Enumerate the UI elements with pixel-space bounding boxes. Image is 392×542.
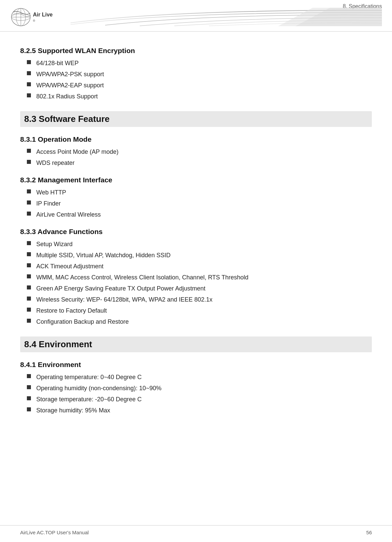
list-item-text: Wireless Security: WEP- 64/128bit, WPA, … xyxy=(36,295,213,304)
list-item-text: Restore to Factory Default xyxy=(36,306,107,315)
list-item: WPA/WPA2-EAP support xyxy=(20,81,372,90)
page-container: 8. Specifications Air Live ® xyxy=(0,0,392,542)
list-item-text: ACK Timeout Adjustment xyxy=(36,262,103,271)
svg-text:®: ® xyxy=(33,19,35,22)
bullet-icon xyxy=(27,396,31,400)
list-item-text: Access Point Mode (AP mode) xyxy=(36,147,119,156)
page-header: Air Live ® xyxy=(0,0,392,32)
bullet-icon xyxy=(27,212,31,216)
section-833: 8.3.3 Advance Functions Setup Wizard Mul… xyxy=(20,228,372,326)
bullet-icon xyxy=(27,93,31,97)
list-item-text: Green AP Energy Saving Feature TX Output… xyxy=(36,284,206,293)
list-item-text: Operating temperature: 0~40 Degree C xyxy=(36,373,142,382)
list-item-text: AirLive Central Wireless xyxy=(36,210,101,219)
bullet-icon xyxy=(27,200,31,205)
list-item-text: Setup Wizard xyxy=(36,240,73,249)
bullet-icon xyxy=(27,241,31,245)
section-84-heading-bg: 8.4 Environment xyxy=(20,336,372,352)
section-825-list: 64/128-bit WEP WPA/WPA2-PSK support WPA/… xyxy=(20,59,372,101)
list-item-text: Configuration Backup and Restore xyxy=(36,317,129,326)
list-item: Access Point Mode (AP mode) xyxy=(20,147,372,156)
list-item: Operating humidity (non-condensing): 10~… xyxy=(20,384,372,393)
header-decoration xyxy=(71,8,382,26)
section-84: 8.4 Environment 8.4.1 Environment Operat… xyxy=(20,336,372,415)
bullet-icon xyxy=(27,308,31,312)
section-84-title: 8.4 Environment xyxy=(24,339,368,350)
list-item-text: Storage humidity: 95% Max xyxy=(36,406,110,415)
section-825-heading: 8.2.5 Supported WLAN Encryption xyxy=(20,47,372,55)
airlive-logo: Air Live ® xyxy=(10,7,60,27)
section-841-heading: 8.4.1 Environment xyxy=(20,361,372,369)
list-item: 64/128-bit WEP xyxy=(20,59,372,68)
list-item-text: 64/128-bit WEP xyxy=(36,59,79,68)
section-841: 8.4.1 Environment Operating temperature:… xyxy=(20,361,372,415)
list-item-text: Web HTTP xyxy=(36,188,66,197)
bullet-icon xyxy=(27,160,31,164)
bullet-icon xyxy=(27,385,31,389)
bullet-icon xyxy=(27,60,31,64)
bullet-icon xyxy=(27,149,31,153)
section-833-list: Setup Wizard Multiple SSID, Virtual AP, … xyxy=(20,240,372,326)
section-832-heading: 8.3.2 Management Interface xyxy=(20,176,372,184)
list-item: IP Finder xyxy=(20,199,372,208)
bullet-icon xyxy=(27,82,31,86)
section-832-title: 8.3.2 Management Interface xyxy=(20,176,372,184)
bullet-icon xyxy=(27,189,31,193)
bullet-icon xyxy=(27,407,31,411)
list-item: WDS repeater xyxy=(20,159,372,168)
list-item-text: IP Finder xyxy=(36,199,61,208)
list-item-text: WPA/WPA2-PSK support xyxy=(36,70,104,79)
bullet-icon xyxy=(27,374,31,378)
list-item: Web HTTP xyxy=(20,188,372,197)
list-item: Operating temperature: 0~40 Degree C xyxy=(20,373,372,382)
list-item: Storage temperature: -20~60 Degree C xyxy=(20,395,372,404)
list-item: 802.1x Radius Support xyxy=(20,92,372,101)
section-83-heading-bg: 8.3 Software Feature xyxy=(20,111,372,127)
bullet-icon xyxy=(27,263,31,267)
page-footer: AirLive AC.TOP User's Manual 56 xyxy=(0,525,392,535)
list-item: ACK Timeout Adjustment xyxy=(20,262,372,271)
list-item-text: WMM, MAC Access Control, Wireless Client… xyxy=(36,273,249,282)
section-83: 8.3 Software Feature 8.3.1 Operation Mod… xyxy=(20,111,372,326)
bullet-icon xyxy=(27,252,31,256)
section-831: 8.3.1 Operation Mode Access Point Mode (… xyxy=(20,135,372,168)
list-item-text: 802.1x Radius Support xyxy=(36,92,98,101)
section-841-title: 8.4.1 Environment xyxy=(20,361,372,369)
bullet-icon xyxy=(27,285,31,289)
list-item-text: Storage temperature: -20~60 Degree C xyxy=(36,395,142,404)
section-841-list: Operating temperature: 0~40 Degree C Ope… xyxy=(20,373,372,415)
footer-left: AirLive AC.TOP User's Manual xyxy=(20,530,89,535)
section-832-list: Web HTTP IP Finder AirLive Central Wirel… xyxy=(20,188,372,219)
list-item: Green AP Energy Saving Feature TX Output… xyxy=(20,284,372,293)
section-825-title: 8.2.5 Supported WLAN Encryption xyxy=(20,47,372,55)
list-item: Multiple SSID, Virtual AP, Watchdog, Hid… xyxy=(20,251,372,260)
footer-page-number: 56 xyxy=(366,530,372,535)
list-item-text: WDS repeater xyxy=(36,159,75,168)
list-item-text: Multiple SSID, Virtual AP, Watchdog, Hid… xyxy=(36,251,171,260)
bullet-icon xyxy=(27,274,31,278)
section-832: 8.3.2 Management Interface Web HTTP IP F… xyxy=(20,176,372,219)
main-content: 8.2.5 Supported WLAN Encryption 64/128-b… xyxy=(0,32,392,439)
logo-area: Air Live ® xyxy=(10,6,64,28)
section-83-title: 8.3 Software Feature xyxy=(24,114,368,124)
list-item: Configuration Backup and Restore xyxy=(20,317,372,326)
list-item: AirLive Central Wireless xyxy=(20,210,372,219)
list-item-text: Operating humidity (non-condensing): 10~… xyxy=(36,384,162,393)
bullet-icon xyxy=(27,319,31,323)
section-833-heading: 8.3.3 Advance Functions xyxy=(20,228,372,236)
svg-text:Air Live: Air Live xyxy=(33,12,53,17)
bullet-icon xyxy=(27,71,31,75)
section-831-list: Access Point Mode (AP mode) WDS repeater xyxy=(20,147,372,168)
section-831-heading: 8.3.1 Operation Mode xyxy=(20,135,372,143)
list-item: Setup Wizard xyxy=(20,240,372,249)
list-item: Restore to Factory Default xyxy=(20,306,372,315)
section-825: 8.2.5 Supported WLAN Encryption 64/128-b… xyxy=(20,47,372,101)
bullet-icon xyxy=(27,297,31,301)
section-833-title: 8.3.3 Advance Functions xyxy=(20,228,372,236)
list-item: Storage humidity: 95% Max xyxy=(20,406,372,415)
list-item: Wireless Security: WEP- 64/128bit, WPA, … xyxy=(20,295,372,304)
list-item: WPA/WPA2-PSK support xyxy=(20,70,372,79)
list-item: WMM, MAC Access Control, Wireless Client… xyxy=(20,273,372,282)
list-item-text: WPA/WPA2-EAP support xyxy=(36,81,104,90)
section-831-title: 8.3.1 Operation Mode xyxy=(20,135,372,143)
